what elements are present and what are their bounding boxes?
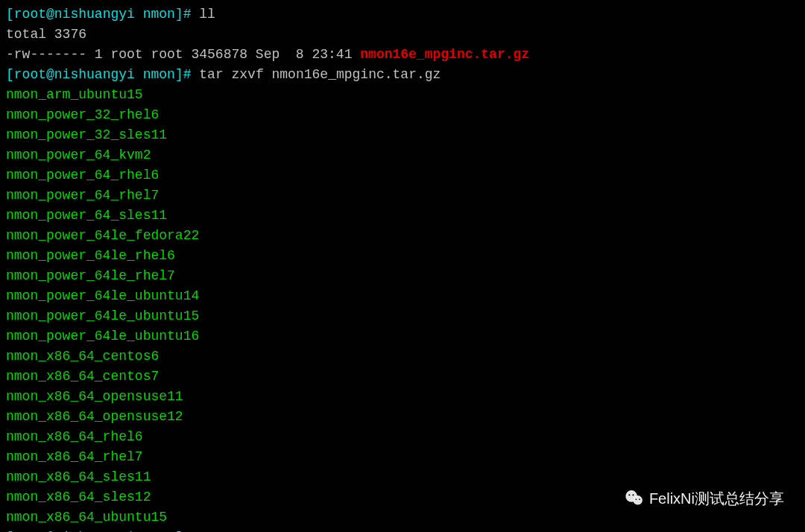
tar-output-file: nmon_x86_64_centos7 — [6, 369, 159, 384]
prompt-trailing — [191, 7, 199, 22]
tar-file-line: nmon_x86_64_opensuse12 — [6, 407, 799, 427]
tar-output-file: nmon_power_32_rhel6 — [6, 107, 159, 122]
prompt-space — [135, 7, 143, 22]
tar-file-line: nmon_power_64le_fedora22 — [6, 226, 799, 246]
ll-total: total 3376 — [6, 27, 86, 42]
tar-file-line: nmon_power_32_sles11 — [6, 125, 799, 145]
prompt-bracket: [ — [6, 7, 14, 22]
prompt-space — [135, 67, 143, 82]
tar-file-line: nmon_power_64_rhel7 — [6, 186, 799, 206]
prompt-line-tar: [root@nishuangyi nmon]# tar zxvf nmon16e… — [6, 65, 799, 85]
tar-output-file: nmon_power_64_rhel7 — [6, 188, 159, 203]
tar-file-line: nmon_arm_ubuntu15 — [6, 85, 799, 105]
tar-file-line: nmon_power_64le_ubuntu15 — [6, 306, 799, 326]
tar-output-file: nmon_power_64le_rhel6 — [6, 248, 175, 263]
prompt-dir: nmon — [143, 67, 175, 82]
tar-output-file: nmon_x86_64_sles12 — [6, 490, 151, 504]
tar-file-line: nmon_x86_64_sles11 — [6, 467, 799, 487]
ll-entry-line: -rw------- 1 root root 3456878 Sep 8 23:… — [6, 45, 799, 65]
prompt-close: ]# — [175, 7, 192, 22]
prompt-user-host: root@nishuangyi — [14, 7, 135, 22]
prompt-bracket: [ — [6, 67, 14, 82]
tar-file-line: nmon_power_64le_ubuntu16 — [6, 326, 799, 346]
tar-output-file: nmon_x86_64_rhel7 — [6, 449, 143, 464]
tar-output-file: nmon_arm_ubuntu15 — [6, 87, 143, 102]
tar-file-line: nmon_x86_64_rhel6 — [6, 427, 799, 447]
tar-file-line: nmon_x86_64_centos6 — [6, 346, 799, 367]
terminal-output[interactable]: [root@nishuangyi nmon]# lltotal 3376-rw-… — [6, 4, 799, 532]
tar-output-file: nmon_power_64le_rhel7 — [6, 268, 175, 283]
tar-output-file: nmon_x86_64_opensuse12 — [6, 409, 183, 424]
tar-file-line: nmon_x86_64_ubuntu15 — [6, 507, 799, 528]
tar-file-line: nmon_x86_64_rhel7 — [6, 447, 799, 467]
command-ll: ll — [199, 7, 215, 22]
prompt-trailing — [191, 67, 199, 82]
tar-file-line: nmon_x86_64_centos7 — [6, 367, 799, 387]
tar-output-file: nmon_x86_64_rhel6 — [6, 429, 143, 444]
tar-output-file: nmon_power_32_sles11 — [6, 127, 167, 142]
tar-output-file: nmon_x86_64_centos6 — [6, 349, 159, 364]
tar-file-line: nmon_power_32_rhel6 — [6, 105, 799, 125]
tar-file-line: nmon_power_64_rhel6 — [6, 165, 799, 186]
prompt-line-ll: [root@nishuangyi nmon]# ll — [6, 4, 799, 25]
prompt-user-host: root@nishuangyi — [14, 67, 135, 82]
tar-output-file: nmon_power_64le_fedora22 — [6, 228, 199, 243]
prompt-line-empty: [root@nishuangyi nmon]# — [6, 528, 799, 532]
tar-output-file: nmon_power_64le_ubuntu16 — [6, 329, 199, 343]
tar-file-line: nmon_x86_64_opensuse11 — [6, 387, 799, 407]
tar-output-file: nmon_power_64le_ubuntu14 — [6, 288, 199, 303]
tar-file-line: nmon_power_64le_rhel6 — [6, 246, 799, 266]
tar-output-file: nmon_x86_64_ubuntu15 — [6, 510, 167, 525]
prompt-dir: nmon — [143, 7, 175, 22]
tar-output-file: nmon_x86_64_opensuse11 — [6, 389, 183, 404]
tar-file-line: nmon_power_64_kvm2 — [6, 145, 799, 165]
ll-entry-file: nmon16e_mpginc.tar.gz — [360, 47, 529, 62]
tar-output-file: nmon_power_64_rhel6 — [6, 168, 159, 183]
tar-file-line: nmon_power_64_sles11 — [6, 206, 799, 226]
tar-output-file: nmon_power_64_sles11 — [6, 208, 167, 223]
command-tar: tar zxvf nmon16e_mpginc.tar.gz — [199, 67, 441, 82]
ll-entry-meta: -rw------- 1 root root 3456878 Sep 8 23:… — [6, 47, 360, 62]
tar-file-line: nmon_power_64le_ubuntu14 — [6, 286, 799, 306]
ll-total-line: total 3376 — [6, 25, 799, 45]
tar-output-file: nmon_power_64_kvm2 — [6, 148, 151, 162]
tar-output-file: nmon_power_64le_ubuntu15 — [6, 308, 199, 323]
prompt-close: ]# — [175, 67, 192, 82]
tar-output-file: nmon_x86_64_sles11 — [6, 469, 151, 484]
tar-file-line: nmon_x86_64_sles12 — [6, 487, 799, 507]
tar-file-line: nmon_power_64le_rhel7 — [6, 266, 799, 286]
